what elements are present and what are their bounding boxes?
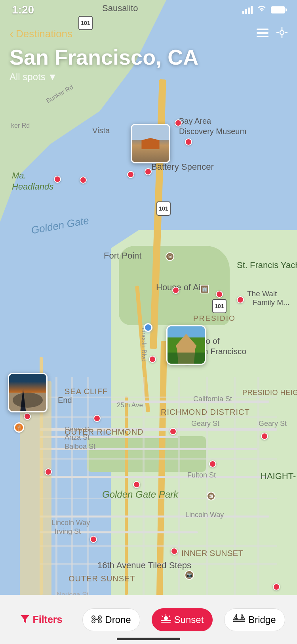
svg-rect-2 xyxy=(257,36,268,37)
spot-marker-9[interactable] xyxy=(149,356,156,363)
signal-bar-3 xyxy=(248,8,250,14)
svg-line-20 xyxy=(169,616,170,617)
photo-callout-sunset[interactable] xyxy=(8,373,48,412)
spot-marker-18[interactable] xyxy=(90,536,97,543)
page-title-section: San Francisco, CA All spots ▼ xyxy=(10,46,198,82)
status-icons xyxy=(242,5,285,15)
grid-h1 xyxy=(40,397,277,398)
photo-callout-golden-gate[interactable] xyxy=(131,124,170,163)
svg-rect-0 xyxy=(257,29,268,30)
grid-h4 xyxy=(40,498,277,499)
sunset-image xyxy=(9,374,46,411)
spot-marker-15[interactable] xyxy=(45,468,52,475)
signal-bars xyxy=(242,6,253,14)
spot-marker-3[interactable] xyxy=(54,176,61,183)
grid-h3 xyxy=(40,458,277,460)
signal-bar-2 xyxy=(245,9,247,14)
sunset-button[interactable]: Sunset xyxy=(152,608,213,631)
svg-rect-1 xyxy=(257,32,268,34)
svg-marker-8 xyxy=(21,615,29,623)
map-container[interactable]: 101 101 101 Sausalito Ma. Headlands Batt… xyxy=(0,0,297,595)
bottom-toolbar: Filters Drone xyxy=(0,595,297,644)
spot-marker-12[interactable] xyxy=(93,415,101,422)
grid-h6 xyxy=(40,563,277,565)
status-bar: 1:20 xyxy=(0,0,297,20)
fort-point-icon: 🏛 xyxy=(166,252,174,261)
highway-badge-presidio: 101 xyxy=(212,299,227,313)
grid-v3 xyxy=(87,377,89,595)
spot-marker-8[interactable] xyxy=(237,296,244,303)
photo-callout-palace[interactable] xyxy=(166,325,206,365)
svg-point-3 xyxy=(280,31,284,34)
grid-h5 xyxy=(40,545,277,547)
filters-button[interactable]: Filters xyxy=(12,608,71,631)
bridge-label: Bridge xyxy=(248,614,276,625)
grid-v5 xyxy=(178,377,180,595)
signal-bar-1 xyxy=(242,11,244,14)
road-anza xyxy=(40,436,178,438)
drone-icon xyxy=(91,614,102,625)
grid-h2 xyxy=(40,416,277,418)
beach-strip xyxy=(20,381,51,595)
road-25th xyxy=(125,397,128,595)
bridge-icon xyxy=(233,614,245,625)
road-irving xyxy=(40,531,198,533)
svg-line-21 xyxy=(162,616,163,617)
location-button[interactable] xyxy=(276,27,287,41)
spot-marker-2[interactable] xyxy=(185,138,192,146)
spot-marker-4[interactable] xyxy=(80,176,87,184)
drone-label: Drone xyxy=(105,614,131,625)
all-spots-filter[interactable]: All spots ▼ xyxy=(10,71,198,82)
gg-park-icon: 🏛 xyxy=(207,492,215,500)
svg-point-18 xyxy=(164,616,168,620)
highway-badge-gg: 101 xyxy=(156,201,171,216)
chevron-down-icon: ▼ xyxy=(48,71,57,82)
spot-marker-battery-spencer[interactable] xyxy=(145,168,152,175)
road-california xyxy=(111,401,269,403)
bridge-button[interactable]: Bridge xyxy=(224,608,285,631)
tiled-steps-icon: 📷 xyxy=(185,570,194,580)
nav-bar: ‹ Destinations xyxy=(0,20,297,48)
spot-marker-17[interactable] xyxy=(209,460,216,468)
food-marker[interactable]: 🍴 xyxy=(14,422,24,433)
signal-bar-4 xyxy=(251,6,253,14)
home-indicator xyxy=(117,638,180,640)
grid-v1 xyxy=(55,377,57,595)
spot-marker-5[interactable] xyxy=(127,171,134,178)
wifi-icon xyxy=(257,5,267,15)
gg-bridge-image xyxy=(132,125,169,162)
spot-marker-1[interactable] xyxy=(175,119,182,126)
svg-rect-13 xyxy=(95,619,98,620)
nav-right-icons xyxy=(257,27,287,41)
filter-icon xyxy=(21,614,29,625)
presidio-land xyxy=(119,246,230,325)
palace-image xyxy=(168,326,205,364)
battery-icon xyxy=(271,6,285,13)
spot-marker-20[interactable] xyxy=(273,583,280,590)
all-spots-label: All spots xyxy=(10,71,46,82)
spot-marker-14[interactable] xyxy=(261,433,268,440)
back-label: Destinations xyxy=(16,28,72,40)
filters-label: Filters xyxy=(32,614,62,625)
city-name: San Francisco, CA xyxy=(10,46,198,69)
gg-park-land xyxy=(87,436,206,472)
road-geary xyxy=(40,428,277,431)
spot-marker-7[interactable] xyxy=(216,291,223,298)
spot-marker-11[interactable] xyxy=(24,413,31,420)
grid-v7 xyxy=(234,377,236,595)
spot-marker-19[interactable] xyxy=(171,548,178,555)
spot-marker-16[interactable] xyxy=(133,481,140,488)
status-time: 1:20 xyxy=(12,4,242,16)
grid-v4 xyxy=(143,377,145,595)
back-button[interactable]: ‹ Destinations xyxy=(10,27,72,40)
house-of-air-icon: 🏢 xyxy=(200,285,209,293)
sunset-icon xyxy=(161,614,171,625)
sunset-label: Sunset xyxy=(174,614,204,625)
spot-marker-6[interactable] xyxy=(172,287,179,294)
drone-button[interactable]: Drone xyxy=(82,608,140,631)
list-view-button[interactable] xyxy=(257,27,268,40)
grid-v2 xyxy=(71,377,73,595)
spot-marker-13[interactable] xyxy=(169,428,177,435)
grid-v8 xyxy=(257,377,259,595)
current-location-dot xyxy=(144,323,152,332)
